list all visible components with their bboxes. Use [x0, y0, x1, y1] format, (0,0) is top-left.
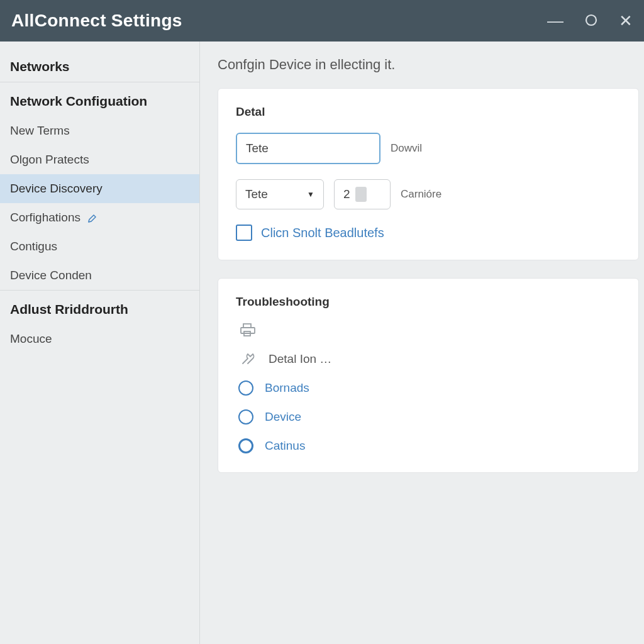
content-area: Networks Network Configuation New Terms … — [0, 42, 644, 644]
ts-detal-ion-item[interactable]: Detal Ion … — [238, 352, 621, 367]
detal-card: Detal Dowvil Tete ▼ 2 Carnióre — [218, 88, 639, 260]
chevron-down-icon: ▼ — [307, 190, 314, 199]
circle-icon — [585, 14, 597, 26]
numeric-value: 2 — [343, 187, 350, 201]
detal-row-2: Tete ▼ 2 Carnióre — [236, 179, 621, 209]
edit-icon — [87, 213, 97, 223]
checkbox-row: Clicn Snolt Beadlutefs — [236, 225, 621, 241]
page-title: Confgin Device in ellecting it. — [218, 57, 639, 73]
detal-heading: Detal — [236, 105, 621, 119]
titlebar: AllConnect Settings — ✕ — [0, 0, 644, 42]
ts-item-label: Device — [265, 410, 301, 424]
radio-icon[interactable] — [238, 380, 253, 396]
main-panel: Confgin Device in ellecting it. Detal Do… — [200, 42, 644, 644]
sidebar-item-device-conden[interactable]: Device Conden — [0, 261, 199, 290]
sidebar-item-contigus[interactable]: Contigus — [0, 232, 199, 261]
detal-row-1: Dowvil — [236, 133, 621, 164]
printer-icon — [238, 323, 257, 338]
wrench-icon — [238, 352, 257, 367]
sidebar-section-networks[interactable]: Networks — [0, 48, 199, 82]
close-button[interactable]: ✕ — [619, 13, 633, 29]
troubleshooting-list: Detal Ion … Bornads Device Catinus — [236, 323, 621, 453]
stepper-icon[interactable] — [355, 187, 367, 202]
window-title: AllConnect Settings — [11, 11, 547, 31]
sidebar: Networks Network Configuation New Terms … — [0, 42, 200, 644]
sidebar-section-network-config: Network Configuation — [0, 82, 199, 116]
window-controls: — ✕ — [547, 13, 633, 29]
select-value: Tete — [245, 187, 268, 201]
tete-input[interactable] — [236, 133, 380, 164]
sidebar-item-device-discovery[interactable]: Device Discovery — [0, 174, 199, 203]
sidebar-item-mocuce[interactable]: Mocuce — [0, 325, 199, 353]
tete-select[interactable]: Tete ▼ — [236, 179, 324, 209]
beadlutefs-checkbox[interactable] — [236, 225, 252, 241]
tete-input-field[interactable] — [246, 142, 395, 155]
sidebar-item-label: Corfighations — [10, 211, 80, 224]
dowvil-label: Dowvil — [391, 142, 422, 155]
sidebar-item-olgon-pratects[interactable]: Olgon Pratects — [0, 145, 199, 174]
sidebar-section-adlust: Adlust Rriddrourth — [0, 291, 199, 325]
radio-icon[interactable] — [238, 438, 253, 453]
svg-rect-1 — [243, 324, 251, 328]
ts-printer-item[interactable] — [238, 323, 621, 338]
maximize-button[interactable] — [585, 13, 597, 29]
ts-device-item[interactable]: Device — [238, 409, 621, 425]
ts-item-label: Bornads — [265, 381, 309, 395]
sidebar-item-new-terms[interactable]: New Terms — [0, 116, 199, 145]
radio-icon[interactable] — [238, 409, 253, 425]
svg-rect-2 — [241, 328, 255, 333]
ts-item-label: Detal Ion … — [269, 352, 331, 366]
ts-catinus-item[interactable]: Catinus — [238, 438, 621, 453]
troubleshooting-card: Troubleshooting Detal Ion … Bornads — [218, 278, 639, 473]
sidebar-item-corfighations[interactable]: Corfighations — [0, 203, 199, 232]
minimize-button[interactable]: — — [547, 13, 564, 29]
ts-bornads-item[interactable]: Bornads — [238, 380, 621, 396]
troubleshooting-heading: Troubleshooting — [236, 295, 621, 309]
carniore-label: Carnióre — [401, 188, 441, 201]
numeric-input[interactable]: 2 — [334, 179, 391, 209]
ts-item-label: Catinus — [265, 439, 305, 453]
checkbox-label[interactable]: Clicn Snolt Beadlutefs — [261, 226, 384, 240]
svg-point-0 — [586, 15, 596, 25]
